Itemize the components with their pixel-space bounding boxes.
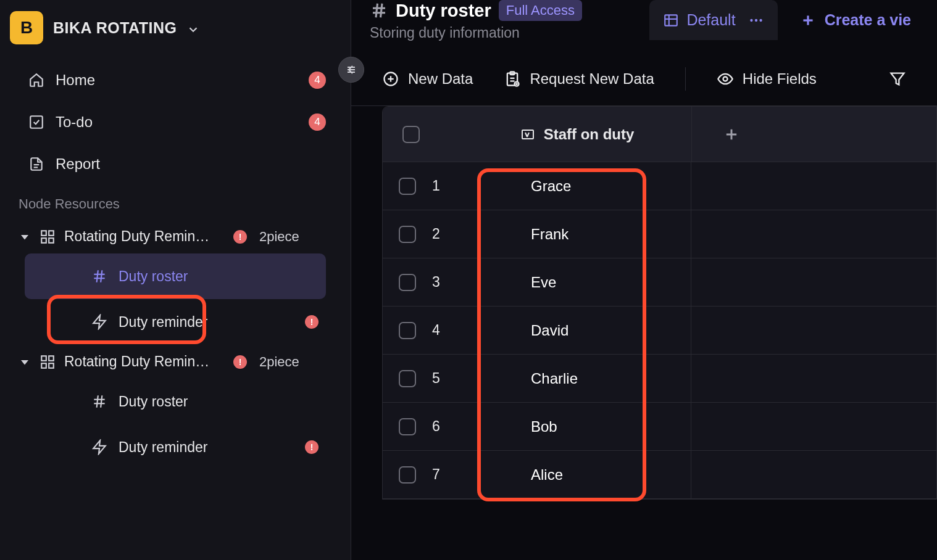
create-view-button[interactable]: Create a vie	[783, 0, 918, 40]
row-checkbox[interactable]	[399, 370, 416, 387]
row-number: 4	[432, 322, 469, 339]
row-checkbox[interactable]	[399, 226, 416, 243]
tree-item-duty-reminder[interactable]: Duty reminder !	[25, 424, 326, 470]
cell-staff-name[interactable]: Alice	[469, 451, 691, 498]
svg-point-35	[754, 19, 757, 21]
tree-label: Rotating Duty Remin…	[64, 353, 225, 370]
alert-icon: !	[305, 315, 319, 329]
collapse-icon[interactable]	[19, 356, 31, 368]
more-icon[interactable]	[748, 12, 764, 28]
row-number: 7	[432, 466, 469, 483]
table-row[interactable]: 4David	[383, 307, 936, 355]
page-title: Duty roster	[396, 1, 491, 21]
svg-line-20	[97, 395, 98, 408]
table-row[interactable]: 7Alice	[383, 451, 936, 499]
alert-icon: !	[305, 440, 319, 454]
main-content: Duty roster Full Access Storing duty inf…	[351, 0, 937, 560]
svg-line-11	[101, 270, 102, 282]
tree-item-duty-roster[interactable]: Duty roster	[25, 253, 326, 299]
hash-icon	[370, 1, 388, 20]
section-label: Node Resources	[10, 185, 341, 220]
svg-line-10	[97, 270, 98, 282]
cell-staff-name[interactable]: Charlie	[469, 355, 691, 402]
request-new-data-button[interactable]: Request New Data	[504, 70, 654, 88]
workspace-switcher[interactable]: B BIKA ROTATING	[10, 7, 341, 59]
cell-staff-name[interactable]: Eve	[469, 258, 691, 306]
plus-circle-icon	[382, 70, 399, 88]
collapse-sidebar-button[interactable]	[338, 57, 364, 83]
filter-icon	[889, 70, 906, 88]
plus-icon	[800, 12, 816, 28]
svg-point-34	[750, 19, 752, 21]
collapse-icon[interactable]	[19, 231, 31, 243]
column-header[interactable]: Staff on duty	[463, 126, 691, 143]
filter-button[interactable]	[889, 70, 906, 88]
grid-icon	[40, 354, 56, 370]
svg-rect-0	[30, 116, 43, 128]
row-checkbox[interactable]	[399, 322, 416, 339]
nav-todo[interactable]: To-do 4	[10, 101, 341, 143]
cell-staff-name[interactable]: Bob	[469, 403, 691, 450]
table-row[interactable]: 6Bob	[383, 403, 936, 451]
svg-rect-6	[41, 238, 46, 243]
grid-icon	[40, 229, 56, 245]
tree-item-duty-roster[interactable]: Duty roster	[25, 379, 326, 424]
svg-line-21	[101, 395, 102, 408]
tree-folder[interactable]: Rotating Duty Remin… ! 2piece	[10, 345, 341, 379]
svg-rect-4	[41, 231, 46, 236]
divider	[685, 67, 686, 91]
access-badge[interactable]: Full Access	[499, 0, 582, 21]
svg-line-29	[376, 4, 378, 18]
row-checkbox[interactable]	[399, 178, 416, 195]
data-table: Staff on duty 1Grace2Frank3Eve4David5Cha…	[382, 106, 937, 500]
tree-item-label: Duty reminder	[119, 314, 207, 331]
badge-count: 4	[309, 113, 326, 131]
row-checkbox[interactable]	[399, 418, 416, 435]
bolt-icon	[91, 314, 107, 330]
tree-folder[interactable]: Rotating Duty Remin… ! 2piece	[10, 220, 341, 253]
nav-label: To-do	[56, 113, 93, 131]
text-field-icon	[520, 127, 535, 142]
row-checkbox[interactable]	[399, 274, 416, 291]
svg-rect-16	[41, 363, 46, 368]
nav-label: Home	[56, 72, 95, 89]
row-number: 5	[432, 370, 469, 387]
toolbar: New Data Request New Data Hide Fields	[351, 52, 937, 106]
row-number: 2	[432, 226, 469, 242]
row-checkbox[interactable]	[399, 466, 416, 484]
row-number: 6	[432, 418, 469, 435]
table-row[interactable]: 2Frank	[383, 210, 936, 258]
view-tab-default[interactable]: Default	[649, 0, 777, 40]
nav-report[interactable]: Report	[10, 143, 341, 185]
cell-staff-name[interactable]: David	[469, 307, 691, 354]
svg-rect-15	[49, 356, 54, 361]
cell-staff-name[interactable]: Grace	[469, 162, 691, 210]
svg-marker-12	[93, 315, 106, 329]
svg-rect-14	[41, 356, 46, 361]
cell-staff-name[interactable]: Frank	[469, 210, 691, 258]
toolbar-label: Hide Fields	[743, 70, 817, 88]
piece-count: 2piece	[259, 229, 299, 245]
table-row[interactable]: 5Charlie	[383, 355, 936, 403]
nav-home[interactable]: Home 4	[10, 59, 341, 101]
workspace-logo: B	[10, 11, 43, 44]
svg-rect-17	[49, 363, 54, 368]
tree-item-duty-reminder[interactable]: Duty reminder !	[25, 299, 326, 345]
page-header: Duty roster Full Access Storing duty inf…	[351, 0, 937, 52]
table-header: Staff on duty	[383, 107, 936, 162]
hash-icon	[91, 393, 107, 410]
table-row[interactable]: 1Grace	[383, 162, 936, 210]
home-icon	[28, 72, 44, 88]
eye-icon	[717, 70, 734, 88]
svg-line-30	[381, 4, 383, 18]
view-tabs: Default Create a vie	[649, 0, 918, 40]
hide-fields-button[interactable]: Hide Fields	[717, 70, 817, 88]
document-icon	[28, 156, 44, 172]
select-all-checkbox[interactable]	[402, 126, 420, 143]
new-data-button[interactable]: New Data	[382, 70, 473, 88]
add-column-button[interactable]	[691, 107, 936, 162]
table-row[interactable]: 3Eve	[383, 258, 936, 307]
column-label: Staff on duty	[544, 126, 635, 143]
svg-marker-13	[21, 360, 28, 365]
svg-point-36	[759, 19, 762, 21]
